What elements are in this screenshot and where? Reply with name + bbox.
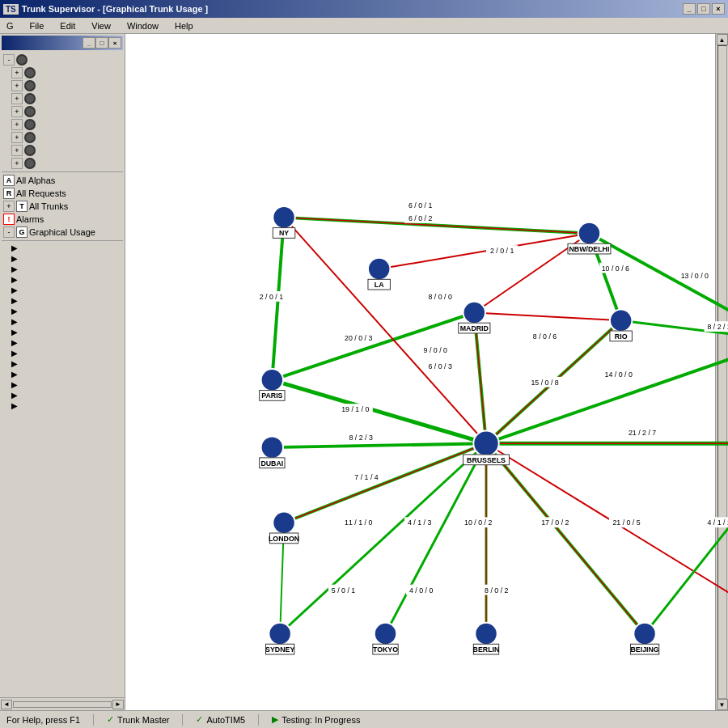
close-button[interactable]: × [712,3,725,15]
expand-icon[interactable]: + [11,132,23,143]
sidebar-close[interactable]: × [108,37,121,49]
title-bar: TS Trunk Supervisor - [Graphical Trunk U… [0,0,728,18]
node-madrid[interactable] [463,302,485,324]
edge-label-brussels-beijing-17: 17 / 0 / 2 [541,518,569,527]
alarm-badge: ! [3,214,15,225]
node-la[interactable] [368,258,390,280]
node-rio[interactable] [610,310,632,332]
edge-label-sydney: 5 / 0 / 1 [332,586,355,595]
expand-icon[interactable]: - [3,54,15,66]
edge-label-london-7: 7 / 1 / 4 [354,473,378,481]
node-delhi[interactable] [578,222,600,244]
expand-icon[interactable]: + [11,106,23,117]
node-madrid-label: MADRID [460,324,489,332]
node-london[interactable] [273,512,294,534]
graphical-sub-10[interactable]: ▶ [10,337,123,348]
request-badge: R [3,188,15,199]
sidebar-item-graphical[interactable]: - G Graphical Usage [2,226,123,239]
node-sydney[interactable] [269,623,290,645]
edge-label-ny-delhi-1: 6 / 0 / 1 [408,201,432,210]
node-beijing[interactable] [633,623,655,645]
sidebar-item-1[interactable]: + [2,66,123,79]
graphical-sub-8[interactable]: ▶ [10,316,123,327]
graphical-sub-7[interactable]: ▶ [10,306,123,316]
edge-cairo-beijing [645,443,728,633]
expand-trunks[interactable]: + [3,201,15,212]
sidebar-divider [2,171,123,172]
scroll-right[interactable]: ► [112,700,124,709]
testing-label: Testing: In Progress [281,715,360,725]
edge-brussels-tokyo [386,443,486,633]
title-bar-left: TS Trunk Supervisor - [Graphical Trunk U… [3,4,208,15]
menu-window[interactable]: Window [124,19,162,32]
expand-icon[interactable]: + [11,93,23,104]
sidebar-item-6[interactable]: + [2,131,123,144]
graphical-sub-4[interactable]: ▶ [10,274,123,285]
sidebar-minimize[interactable]: _ [83,37,95,49]
expand-icon[interactable]: + [11,158,23,169]
graphical-sub-12[interactable]: ▶ [10,358,123,369]
menu-g[interactable]: G [3,19,17,32]
expand-icon[interactable]: + [11,80,23,91]
edge-label-brussels-tokyo-413: 4 / 1 / 3 [408,518,431,527]
graphical-sub-2[interactable]: ▶ [10,253,123,264]
menu-bar: G File Edit View Window Help [0,18,728,34]
scroll-left[interactable]: ◄ [1,700,12,709]
node-berlin[interactable] [475,623,497,645]
sidebar-scroll[interactable]: - + + + + + [0,50,125,697]
minimize-button[interactable]: _ [683,3,696,15]
sidebar-item-4[interactable]: + [2,105,123,118]
menu-help[interactable]: Help [171,19,197,32]
menu-view[interactable]: View [88,19,114,32]
graphical-sub-15[interactable]: ▶ [10,390,123,400]
graphical-sub-14[interactable]: ▶ [10,379,123,390]
node-paris[interactable] [261,369,283,391]
trunk-badge: T [16,201,28,212]
sidebar-item-requests[interactable]: R All Requests [2,187,123,200]
node-ny[interactable] [273,206,294,228]
play-icon: ▶ [272,714,278,725]
expand-icon[interactable]: + [11,67,23,78]
node-dubai[interactable] [261,436,283,458]
graphical-sub-5[interactable]: ▶ [10,285,123,295]
expand-graphical[interactable]: - [3,226,15,238]
title-bar-right: _ □ × [683,3,725,15]
graphical-sub-1[interactable]: ▶ [10,243,123,253]
graphical-sub-6[interactable]: ▶ [10,295,123,306]
edge-brussels-chicago-r [486,443,728,633]
sidebar-item-root[interactable]: - [2,53,123,66]
node-icon [24,80,36,91]
edge-label-ny-delhi-2: 6 / 0 / 2 [408,214,432,222]
maximize-button[interactable]: □ [697,3,710,15]
sidebar-item-2[interactable]: + [2,79,123,92]
sidebar-item-5[interactable]: + [2,118,123,131]
graphical-sub-13[interactable]: ▶ [10,369,123,379]
graphical-sub-16[interactable]: ▶ [10,400,123,411]
scroll-track[interactable] [13,701,112,708]
sidebar-item-3[interactable]: + [2,92,123,105]
sidebar-item-8[interactable]: + [2,157,123,170]
edge-paris-brussels [272,380,486,443]
sidebar-item-alarms[interactable]: ! Alarms [2,213,123,226]
node-icon [24,106,36,117]
menu-edit[interactable]: Edit [57,19,78,32]
sidebar-maximize[interactable]: □ [95,37,108,49]
node-brussels[interactable] [473,431,498,456]
expand-icon[interactable]: + [11,145,23,156]
checkmark-icon-2: ✓ [196,714,203,725]
menu-file[interactable]: File [27,19,48,32]
sidebar-scrollbar[interactable]: ◄ ► [0,697,125,710]
sidebar-item-trunks[interactable]: + T All Trunks [2,200,123,213]
sidebar-item-alphas[interactable]: A All Alphas [2,174,123,187]
node-tokyo[interactable] [375,623,396,645]
expand-icon[interactable]: + [11,119,23,130]
checkmark-icon: ✓ [107,714,114,725]
graphical-sub-3[interactable]: ▶ [10,264,123,274]
graphical-sub-9[interactable]: ▶ [10,327,123,337]
edge-label-rio-14: 14 / 0 / 0 [605,370,633,379]
sidebar-item-7[interactable]: + [2,144,123,157]
edge-label-brussels-cairo: 21 / 2 / 7 [629,429,656,437]
graphical-sub-11[interactable]: ▶ [10,348,123,358]
status-divider-1 [93,714,94,726]
node-berlin-label: BERLIN [473,645,500,654]
